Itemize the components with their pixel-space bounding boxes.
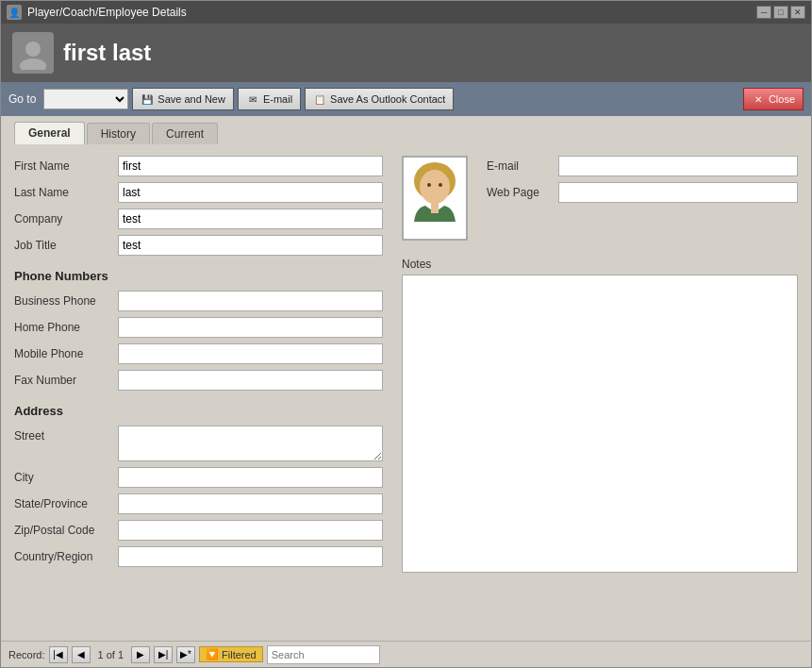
main-window: 👤 Player/Coach/Employee Details ─ □ ✕ fi… [0,0,812,668]
form-panel: First Name Last Name Company Job Title P… [14,156,798,573]
header-bar: first last [1,24,811,82]
content-area: First Name Last Name Company Job Title P… [1,144,811,641]
minimize-button[interactable]: ─ [756,6,771,19]
last-name-input[interactable] [118,182,383,203]
company-label: Company [14,212,118,225]
title-bar-left: 👤 Player/Coach/Employee Details [7,5,187,20]
tab-general[interactable]: General [14,122,85,144]
zip-row: Zip/Postal Code [14,520,383,541]
street-input[interactable] [118,426,383,461]
business-phone-input[interactable] [118,291,383,311]
tab-history[interactable]: History [87,123,150,144]
outlook-label: Save As Outlook Contact [330,93,445,105]
home-phone-row: Home Phone [14,317,383,338]
outlook-icon: 📋 [313,93,326,105]
search-input[interactable] [267,645,380,664]
goto-label: Go to [8,92,36,106]
company-input[interactable] [118,209,383,229]
fax-input[interactable] [118,370,383,391]
last-name-label: Last Name [14,186,118,199]
record-count: 1 of 1 [94,649,128,660]
last-record-button[interactable]: ▶| [154,646,173,663]
close-label: Close [769,93,795,105]
job-title-row: Job Title [14,235,383,256]
state-row: State/Province [14,493,383,514]
mobile-phone-row: Mobile Phone [14,343,383,364]
company-row: Company [14,209,383,229]
form-right: E-mail Web Page Notes [402,156,798,573]
save-new-label: Save and New [157,93,225,105]
country-label: Country/Region [14,550,118,563]
photo-box[interactable] [402,156,468,241]
svg-rect-6 [431,202,439,213]
email-button[interactable]: ✉ E-mail [238,88,301,110]
home-phone-label: Home Phone [14,321,118,334]
zip-label: Zip/Postal Code [14,524,118,537]
close-window-button[interactable]: ✕ [790,6,805,19]
state-input[interactable] [118,493,383,514]
mobile-phone-input[interactable] [118,343,383,364]
city-input[interactable] [118,467,383,488]
svg-point-4 [427,183,431,187]
header-avatar [12,32,54,74]
contact-full-name: first last [63,40,151,66]
email-field-row: E-mail [487,156,798,176]
right-fields: E-mail Web Page [487,156,798,241]
svg-point-3 [420,170,450,204]
top-right-area: E-mail Web Page [402,156,798,241]
home-phone-input[interactable] [118,317,383,338]
first-name-input[interactable] [118,156,383,176]
email-input[interactable] [558,156,798,176]
job-title-label: Job Title [14,239,118,252]
filtered-badge: 🔽 Filtered [199,646,263,662]
street-row: Street [14,426,383,461]
filtered-label: Filtered [222,649,257,660]
job-title-input[interactable] [118,235,383,256]
tab-bar: General History Current [1,116,811,144]
outlook-button[interactable]: 📋 Save As Outlook Contact [305,88,454,110]
filter-icon: 🔽 [206,648,219,660]
webpage-field-row: Web Page [487,182,798,203]
first-record-button[interactable]: |◀ [49,646,68,663]
city-row: City [14,467,383,488]
country-row: Country/Region [14,546,383,567]
new-record-button[interactable]: ▶* [176,646,195,663]
app-icon: 👤 [7,5,22,20]
fax-row: Fax Number [14,370,383,391]
webpage-input[interactable] [558,182,798,203]
business-phone-label: Business Phone [14,294,118,308]
close-icon: ✕ [752,93,765,105]
address-section-title: Address [14,404,383,418]
notes-label: Notes [402,258,798,271]
title-bar: 👤 Player/Coach/Employee Details ─ □ ✕ [1,1,811,24]
title-bar-controls: ─ □ ✕ [756,6,805,19]
business-phone-row: Business Phone [14,291,383,311]
contact-photo [406,160,463,236]
zip-input[interactable] [118,520,383,541]
svg-point-1 [20,58,46,70]
city-label: City [14,471,118,484]
close-button[interactable]: ✕ Close [743,88,804,110]
street-label: Street [14,426,118,443]
mobile-phone-label: Mobile Phone [14,347,118,360]
country-input[interactable] [118,546,383,567]
prev-record-button[interactable]: ◀ [72,646,91,663]
save-new-button[interactable]: 💾 Save and New [132,88,234,110]
webpage-label: Web Page [487,186,553,199]
svg-point-0 [25,42,41,57]
next-record-button[interactable]: ▶ [131,646,150,663]
goto-select[interactable]: General History Current [43,89,128,109]
tab-current[interactable]: Current [152,123,218,144]
last-name-row: Last Name [14,182,383,203]
first-name-row: First Name [14,156,383,176]
photo-section [402,156,468,241]
notes-textarea[interactable] [402,275,798,573]
record-label: Record: [8,649,45,660]
state-label: State/Province [14,497,118,510]
form-left: First Name Last Name Company Job Title P… [14,156,383,573]
email-field-label: E-mail [487,159,553,173]
svg-point-5 [439,183,442,187]
toolbar: Go to General History Current 💾 Save and… [1,82,811,116]
phone-section-title: Phone Numbers [14,269,383,283]
maximize-button[interactable]: □ [773,6,788,19]
